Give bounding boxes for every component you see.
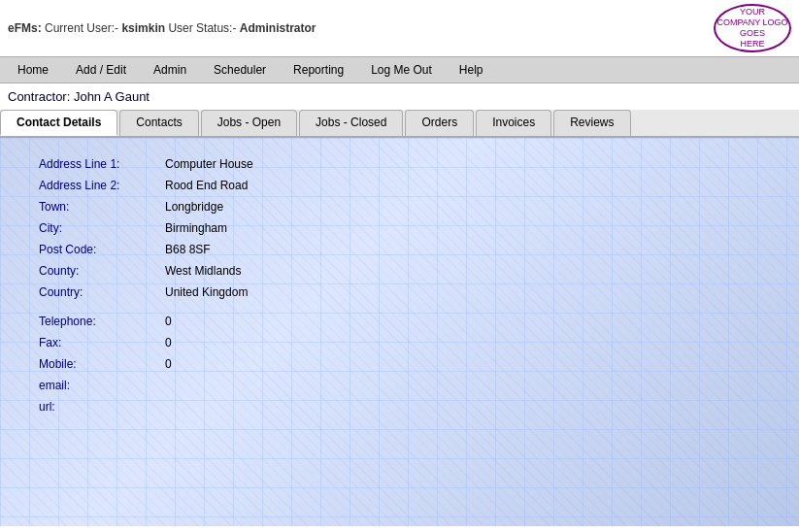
tabs-bar: Contact DetailsContactsJobs - OpenJobs -… — [0, 110, 799, 138]
company-logo: YOUR COMPANY LOGO GOES HERE — [714, 4, 791, 52]
field-row: Address Line 1:Computer House — [39, 157, 760, 171]
tab-jobs---open[interactable]: Jobs - Open — [201, 110, 297, 136]
field-value: West Midlands — [165, 264, 241, 278]
field-value: 0 — [165, 315, 172, 328]
field-value: Birmingham — [165, 221, 227, 235]
field-label: Mobile: — [39, 357, 165, 371]
user-status-label: User Status:- — [168, 21, 236, 35]
field-row: Town:Longbridge — [39, 200, 760, 214]
field-label: Country: — [39, 285, 165, 299]
field-label: Telephone: — [39, 315, 165, 328]
app-title: eFMs: Current User:- ksimkin User Status… — [8, 21, 316, 35]
current-user-label: Current User:- — [45, 21, 118, 35]
field-label: Fax: — [39, 336, 165, 349]
app-name: eFMs: — [8, 21, 42, 35]
field-row: Fax:0 — [39, 336, 760, 349]
field-value: United Kingdom — [165, 285, 248, 299]
field-row: Telephone:0 — [39, 315, 760, 328]
field-row: url: — [39, 400, 760, 414]
field-label: Address Line 1: — [39, 157, 165, 171]
field-row: City:Birmingham — [39, 221, 760, 235]
nav-item-add--edit[interactable]: Add / Edit — [62, 59, 140, 81]
main-content: Address Line 1:Computer HouseAddress Lin… — [0, 138, 799, 526]
nav-bar: HomeAdd / EditAdminSchedulerReportingLog… — [0, 56, 799, 83]
logo-line4: HERE — [716, 39, 787, 50]
tab-reviews[interactable]: Reviews — [553, 110, 630, 136]
field-label: url: — [39, 400, 165, 414]
field-row: Address Line 2:Rood End Road — [39, 179, 760, 192]
field-value: 0 — [165, 357, 172, 371]
field-row: County:West Midlands — [39, 264, 760, 278]
field-label: Post Code: — [39, 243, 165, 256]
tab-contact-details[interactable]: Contact Details — [0, 110, 117, 136]
field-value: Rood End Road — [165, 179, 248, 192]
logo-line2: COMPANY LOGO — [716, 17, 787, 28]
address-section: Address Line 1:Computer HouseAddress Lin… — [39, 157, 760, 299]
top-bar: eFMs: Current User:- ksimkin User Status… — [0, 0, 799, 56]
nav-item-help[interactable]: Help — [446, 59, 497, 81]
field-row: Post Code:B68 8SF — [39, 243, 760, 256]
field-label: email: — [39, 379, 165, 392]
username: ksimkin — [121, 21, 165, 35]
nav-item-scheduler[interactable]: Scheduler — [200, 59, 280, 81]
nav-item-log-me-out[interactable]: Log Me Out — [357, 59, 446, 81]
nav-item-home[interactable]: Home — [4, 59, 62, 81]
nav-item-admin[interactable]: Admin — [140, 59, 200, 81]
nav-item-reporting[interactable]: Reporting — [280, 59, 357, 81]
logo-line1: YOUR — [716, 7, 787, 17]
contact-details-section: Address Line 1:Computer HouseAddress Lin… — [39, 157, 760, 414]
field-label: City: — [39, 221, 165, 235]
tab-contacts[interactable]: Contacts — [119, 110, 198, 136]
field-value: B68 8SF — [165, 243, 211, 256]
field-value: 0 — [165, 336, 172, 349]
field-value: Longbridge — [165, 200, 223, 214]
field-label: Address Line 2: — [39, 179, 165, 192]
field-row: email: — [39, 379, 760, 392]
contact-section: Telephone:0Fax:0Mobile:0email:url: — [39, 315, 760, 414]
tab-invoices[interactable]: Invoices — [476, 110, 551, 136]
field-row: Mobile:0 — [39, 357, 760, 371]
field-row: Country:United Kingdom — [39, 285, 760, 299]
tab-orders[interactable]: Orders — [405, 110, 474, 136]
field-value: Computer House — [165, 157, 253, 171]
tab-jobs---closed[interactable]: Jobs - Closed — [299, 110, 403, 136]
logo-line3: GOES — [716, 28, 787, 39]
field-label: Town: — [39, 200, 165, 214]
contractor-title: Contractor: John A Gaunt — [0, 83, 799, 110]
user-status-value: Administrator — [240, 21, 316, 35]
field-label: County: — [39, 264, 165, 278]
